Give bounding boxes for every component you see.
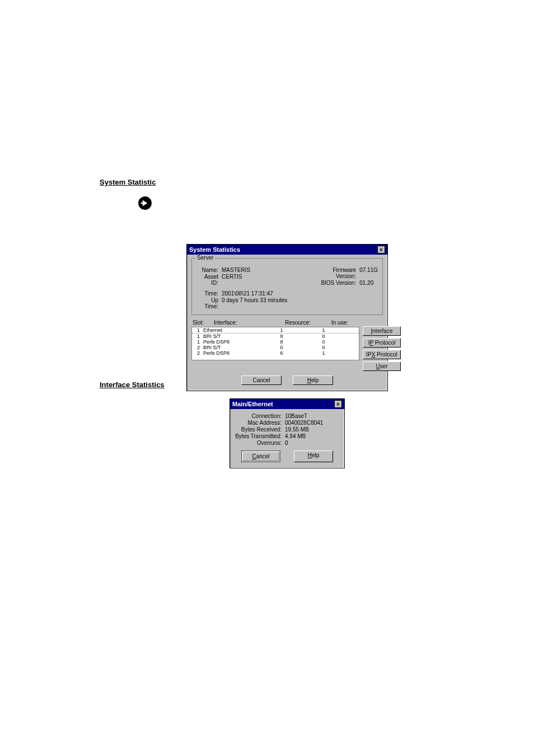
close-icon[interactable]: × bbox=[334, 400, 342, 408]
time-label: Time: bbox=[196, 290, 222, 297]
interface-button[interactable]: Interface bbox=[363, 326, 401, 336]
interface-listbox[interactable]: 1 Ethernet 1 1 1 BRI S/T 8 0 1 bbox=[191, 327, 359, 360]
bios-label: BIOS Version: bbox=[315, 280, 359, 286]
cell-intf: Ethernet bbox=[203, 327, 259, 333]
th-inuse: In use: bbox=[320, 320, 359, 326]
bytes-received-value: 19.55 MB bbox=[285, 426, 309, 433]
cell-use: 0 bbox=[304, 334, 343, 339]
cell-res: 1 bbox=[259, 327, 304, 333]
cell-slot: 1 bbox=[193, 334, 203, 339]
cell-slot: 1 bbox=[193, 327, 203, 333]
heading-system-statistic: System Statistic bbox=[100, 178, 156, 186]
cancel-button[interactable]: Cancel bbox=[241, 450, 280, 462]
mac-value: 0040028C8041 bbox=[285, 420, 323, 426]
dialog-titlebar: System Statistics × bbox=[187, 245, 387, 255]
ipx-protocol-button[interactable]: IPX Protocol bbox=[363, 350, 401, 359]
list-item[interactable]: 1 Ethernet 1 1 bbox=[192, 327, 359, 334]
cell-slot: 1 bbox=[193, 339, 203, 345]
system-statistics-dialog: System Statistics × Server Name:MASTERIS… bbox=[186, 244, 388, 391]
cell-res: 6 bbox=[259, 350, 304, 356]
assetid-value: CERTIS bbox=[222, 274, 242, 286]
list-item[interactable]: 2 BRI S/T 0 0 bbox=[192, 345, 359, 350]
table-header: Slot: Interface: Resource: In use: bbox=[191, 318, 359, 327]
user-button[interactable]: User bbox=[363, 361, 401, 371]
dialog-titlebar: Main/Ethernet × bbox=[230, 399, 344, 409]
dialog-title: Main/Ethernet bbox=[232, 401, 273, 407]
connection-value: 10BaseT bbox=[285, 413, 307, 419]
firmware-label: Firmware Version: bbox=[315, 267, 359, 279]
bytes-received-label: Bytes Received: bbox=[235, 426, 285, 433]
cell-use: 1 bbox=[304, 327, 343, 333]
cell-intf: BRI S/T bbox=[203, 334, 259, 339]
arrow-right-icon bbox=[138, 196, 152, 210]
main-ethernet-dialog: Main/Ethernet × Connection:10BaseT Mac A… bbox=[229, 398, 345, 468]
name-value: MASTERIS bbox=[222, 267, 250, 273]
cell-use: 1 bbox=[304, 350, 343, 356]
cancel-button[interactable]: Cancel bbox=[241, 375, 282, 385]
bios-value: 01.20 bbox=[359, 280, 373, 286]
cell-use: 0 bbox=[304, 339, 343, 345]
cell-res: 8 bbox=[259, 334, 304, 339]
th-interface: Interface: bbox=[214, 320, 275, 326]
heading-interface-statistics: Interface Statistics bbox=[100, 381, 165, 389]
firmware-value: 07.11G bbox=[359, 267, 378, 279]
server-group-label: Server bbox=[195, 255, 215, 261]
cell-res: 0 bbox=[259, 345, 304, 350]
assetid-label: Asset ID: bbox=[196, 274, 222, 286]
overruns-label: Overruns: bbox=[235, 440, 285, 446]
th-resource: Resource: bbox=[275, 320, 320, 326]
cell-intf: BRI S/T bbox=[203, 345, 259, 350]
help-button[interactable]: Help bbox=[293, 375, 333, 385]
cell-intf: Perle DSP8 bbox=[203, 339, 259, 345]
bytes-transmitted-label: Bytes Transmitted: bbox=[235, 433, 285, 439]
dialog-title: System Statistics bbox=[189, 246, 240, 253]
bytes-transmitted-value: 4.94 MB bbox=[285, 433, 306, 439]
ip-protocol-button[interactable]: IP Protocol bbox=[363, 338, 401, 348]
cell-res: 8 bbox=[259, 339, 304, 345]
list-item[interactable]: 1 BRI S/T 8 0 bbox=[192, 334, 359, 339]
uptime-value: 0 days 7 hours 33 minutes bbox=[222, 297, 287, 309]
cell-intf: Perle DSP8 bbox=[203, 350, 259, 356]
cell-use: 0 bbox=[304, 345, 343, 350]
cell-slot: 2 bbox=[193, 345, 203, 350]
overruns-value: 0 bbox=[285, 440, 288, 446]
cell-slot: 2 bbox=[193, 350, 203, 356]
connection-label: Connection: bbox=[235, 413, 285, 419]
close-icon[interactable]: × bbox=[377, 246, 385, 253]
help-button[interactable]: Help bbox=[294, 450, 333, 462]
server-groupbox: Server Name:MASTERIS Asset ID:CERTIS Tim… bbox=[191, 258, 383, 315]
list-item[interactable]: 1 Perle DSP8 8 0 bbox=[192, 339, 359, 345]
list-item[interactable]: 2 Perle DSP8 6 1 bbox=[192, 350, 359, 356]
mac-label: Mac Address: bbox=[235, 420, 285, 426]
name-label: Name: bbox=[196, 267, 222, 273]
th-slot: Slot: bbox=[191, 320, 214, 326]
time-value: 2001\08\21 17:31:47 bbox=[222, 290, 273, 297]
uptime-label: Up Time: bbox=[196, 297, 222, 309]
svg-rect-1 bbox=[140, 203, 144, 204]
